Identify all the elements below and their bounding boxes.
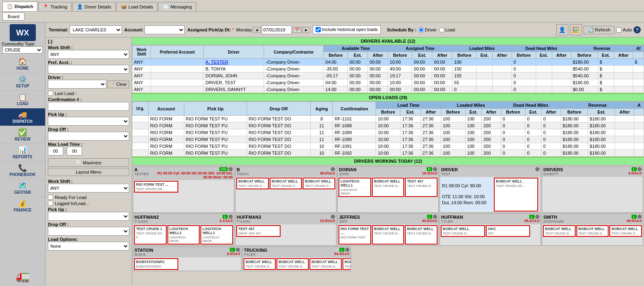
driver-load-card[interactable]: BOBCAT WELL TEST CRUDE D... bbox=[441, 225, 485, 237]
driver-filter-select[interactable] bbox=[48, 80, 106, 89]
sidebar-item-load[interactable]: 📋 LOAD bbox=[0, 91, 45, 108]
max-load-time-input1[interactable] bbox=[48, 147, 63, 155]
sidebar-item-geotab[interactable]: 🗺️ GEOTAB bbox=[0, 179, 45, 197]
profile-img-btn[interactable]: 🖼️ bbox=[570, 24, 582, 35]
driver-load-card[interactable]: LOGITECH WELL1 LOGITECH DROP... bbox=[339, 178, 371, 197]
tab-load-details[interactable]: 📦 Load Details bbox=[116, 2, 157, 11]
sidebar-item-review[interactable]: ✅ REVIEW bbox=[0, 126, 45, 144]
tab-tracking[interactable]: 📍 Tracking bbox=[38, 2, 72, 11]
open-load-row[interactable]: RIO FORM RIO FORM TEST PU RIO FORM TEST … bbox=[132, 129, 644, 136]
driver-load-card[interactable]: BOBCAT WELL TEST CRUDE DR... bbox=[494, 178, 538, 211]
work-shift-select[interactable]: ANY bbox=[48, 50, 129, 59]
sidebar-item-phonebook[interactable]: 📞 PHONEBOOK bbox=[0, 162, 45, 179]
driver-radio[interactable] bbox=[419, 27, 424, 33]
driver-working-card[interactable]: JEFFRIES JEFF L 43.6/14.0 RIO FORM TEST … bbox=[337, 213, 439, 246]
driver-load-card[interactable]: BOBCAT WELL TEST CRUDE D... bbox=[303, 178, 335, 189]
driver-load-card[interactable]: BOBCAT WELL TEST CRUDE D... bbox=[310, 258, 342, 270]
dropoff-select[interactable] bbox=[48, 132, 129, 141]
load-radio-label[interactable]: Load bbox=[439, 27, 455, 33]
driver-load-card[interactable]: BOBCAT WELL TEST CRUDE D... bbox=[277, 258, 309, 270]
sidebar-item-dispatch[interactable]: 🚚 DISPATCH bbox=[0, 108, 45, 126]
tab-driver-details[interactable]: 👤 Driver Details bbox=[72, 2, 116, 11]
max-load-time-input2[interactable] bbox=[67, 147, 82, 155]
clear-driver-btn[interactable]: 🧹 Clear bbox=[107, 81, 129, 88]
driver-row[interactable]: ANY DORIAN, JOHN -Company Driver- -05:17… bbox=[132, 73, 644, 79]
pref-acct-select[interactable] bbox=[48, 65, 129, 74]
commodity-type-select[interactable]: CRUDE bbox=[2, 46, 43, 54]
driver-load-card[interactable]: BOBCAT WELL TEST CRUDE D... bbox=[543, 225, 576, 237]
driver-row[interactable]: ANY A, TESTER -Company Driver- 04:00 00:… bbox=[132, 59, 644, 66]
driver-working-card[interactable]: HUFFMAN2 TYLER2 L 2.1/14.0 TEST CRUDE 1 … bbox=[133, 213, 234, 246]
open-load-row[interactable]: RIO FORM RIO FORM TEST PU RIO FORM TEST … bbox=[132, 143, 644, 150]
driver-load-card[interactable]: TEST 457 DROP OFF 457 bbox=[236, 225, 281, 237]
driver-working-card[interactable]: DRIVERS DANNYT L 0.0/14.0 bbox=[542, 166, 643, 213]
driver-working-card[interactable]: DRIVER TEST R1 08:00 Cyl: 90:00 OTE 11:0… bbox=[440, 166, 541, 213]
driver-load-card[interactable]: OKC OPI bbox=[486, 225, 530, 237]
driver-load-card[interactable]: BOBCAT WELL TEST CRUDE D... bbox=[372, 225, 405, 245]
driver-working-card[interactable]: TRUCKING TYLER L 64.4/14.0 BOBCAT WELL T… bbox=[242, 247, 351, 271]
tab-messaging[interactable]: ✉️ Messaging bbox=[158, 2, 196, 11]
driver-working-card[interactable]: B TONYA 49.0/14.0 BOBCAT WELL TEST CRUDE… bbox=[235, 166, 336, 213]
driver-load-card[interactable]: BOBCAT WELL TEST CRUDE D... bbox=[372, 178, 405, 197]
logged-in-load-label[interactable]: Logged In/Load... bbox=[48, 201, 129, 206]
driver-load-card[interactable]: BOBCAT WELL TEST CRUDE D... bbox=[609, 225, 642, 237]
confirmation-input[interactable] bbox=[48, 102, 129, 111]
driver-working-card[interactable]: STATION BOB B L 0.0/14.0 BOBSTATIONPU BO… bbox=[133, 247, 242, 271]
driver-working-card[interactable]: A TESTER ON R1 00:00 Cyl: 00:00 OK 00:00… bbox=[133, 166, 234, 213]
pickup2-select[interactable] bbox=[48, 212, 129, 221]
filter-work-shift-select[interactable]: ANY bbox=[48, 184, 129, 193]
open-load-row[interactable]: RIO FORM RIO FORM TEST PU RIO FORM TEST … bbox=[132, 122, 644, 129]
include-historical-checkbox[interactable] bbox=[316, 27, 321, 32]
layout-menu-btn[interactable]: Layout Menu bbox=[48, 168, 129, 176]
calendar-btn[interactable]: 📅 bbox=[293, 27, 301, 33]
pickup-select[interactable] bbox=[48, 117, 129, 126]
date-input[interactable] bbox=[262, 25, 292, 34]
driver-load-card[interactable]: BOBCAT WELL TEST CRUDE D... bbox=[270, 178, 302, 189]
date-next-btn[interactable]: ► bbox=[302, 27, 310, 33]
tab-board[interactable]: Board bbox=[2, 12, 25, 21]
user-profile-btn[interactable]: 👤 bbox=[556, 24, 568, 35]
driver-row[interactable]: ANY DRIVERS, DANNYT -Company Driver- 14:… bbox=[132, 86, 644, 93]
driver-row[interactable]: ANY B, TONYA -Company Driver- -35:00 00:… bbox=[132, 66, 644, 73]
driver-working-card[interactable]: HUFFMAN3 TYLER3 10.0/14.0 TEST 457 DROP … bbox=[235, 213, 336, 246]
last-load-checkbox[interactable] bbox=[48, 91, 53, 96]
driver-load-card[interactable]: RIO FORM TEST ... RIO FORM TEST ... bbox=[339, 225, 371, 245]
ready-for-load-checkbox[interactable] bbox=[48, 195, 53, 200]
driver-load-card[interactable]: BOBCAT WELL TEST CRUDE D... bbox=[576, 225, 609, 237]
driver-working-card[interactable]: DORIAN JOHN N 19.3/14.0 LOGITECH WELL1 L… bbox=[337, 166, 439, 213]
driver-working-card[interactable]: SMITH STEPHANIE L 49.0/14.0 BOBCAT WELL … bbox=[542, 213, 643, 246]
tab-dispatch[interactable]: 📋 Dispatch bbox=[2, 2, 37, 11]
driver-load-card[interactable]: BOBCAT WELL TEST CRUDE D... bbox=[405, 225, 438, 245]
driver-load-card[interactable]: LOGITECH WELL1 LOGITECH DROP... bbox=[167, 225, 200, 245]
ready-for-load-label[interactable]: Ready For Load bbox=[48, 195, 129, 200]
driver-load-card[interactable]: BOBCAT WELL TEST CRUDE D... bbox=[343, 258, 351, 270]
driver-row[interactable]: ANY DRIVER, TEST -Company Driver- 04:00 … bbox=[132, 79, 644, 86]
dropoff2-select[interactable] bbox=[48, 227, 129, 236]
driver-working-card[interactable]: HUFFMAN TYLER L 28.2/14.0 BOBCAT WELL TE… bbox=[440, 213, 541, 246]
load-options-select[interactable]: None bbox=[48, 242, 129, 251]
sidebar-item-setup[interactable]: ⚙️ SETUP bbox=[0, 73, 45, 91]
driver-load-card[interactable]: RIO FORM TEST ... TEST CRUDE DR... bbox=[134, 181, 178, 193]
driver-load-card[interactable]: BOBSTATIONPU BOBSTATIONDO bbox=[134, 258, 178, 270]
open-load-row[interactable]: RIO FORM RIO FORM TEST PU RIO FORM TEST … bbox=[132, 150, 644, 157]
logged-in-checkbox[interactable] bbox=[48, 201, 53, 206]
collapse-section-btn[interactable]: [-] bbox=[48, 39, 52, 44]
driver-load-card[interactable]: BOBCAT WELL TEST CRUDE D... bbox=[244, 258, 276, 270]
driver-load-card[interactable]: TEST 457 TEST CRUDE D... bbox=[405, 178, 438, 197]
date-prev-btn[interactable]: ◄ bbox=[253, 27, 261, 33]
driver-load-card[interactable]: BOBCAT WELL TEST CRUDE D... bbox=[236, 178, 269, 189]
help-btn[interactable]: ? bbox=[634, 26, 641, 33]
auto-checkbox[interactable] bbox=[616, 27, 621, 33]
refresh-btn[interactable]: 🔄 Refresh bbox=[584, 26, 615, 34]
load-radio[interactable] bbox=[439, 27, 444, 33]
account-select[interactable] bbox=[144, 25, 185, 34]
terminal-select[interactable]: LAKE CHARLES bbox=[70, 25, 122, 34]
maximize-btn[interactable]: ⬜ Maximize bbox=[48, 158, 129, 167]
sidebar-item-finance[interactable]: 💰 FINANCE bbox=[0, 197, 45, 214]
driver-radio-label[interactable]: Driver bbox=[419, 27, 436, 33]
driver-load-card[interactable]: TEST CRUDE 1 TEST CRUDE DO 2 bbox=[134, 225, 167, 245]
driver-load-card[interactable]: LOGITECH WELL1 LOGITECH DROP... bbox=[200, 225, 233, 245]
open-load-row[interactable]: RIO FORM RIO FORM TEST PU RIO FORM TEST … bbox=[132, 136, 644, 143]
sidebar-item-home[interactable]: 🏠 HOME bbox=[0, 55, 45, 73]
open-load-row[interactable]: RIO FORM RIO FORM TEST PU RIO FORM TEST … bbox=[132, 116, 644, 122]
